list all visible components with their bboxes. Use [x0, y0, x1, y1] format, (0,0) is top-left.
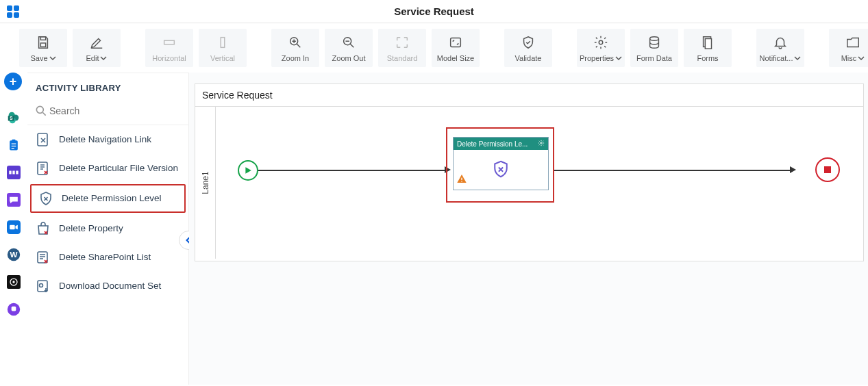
list-x-icon [34, 248, 52, 266]
task-delete-permission-level[interactable]: Delete Permission Le... [453, 137, 549, 190]
shield-x-icon [37, 190, 55, 207]
start-event[interactable] [238, 160, 258, 181]
activity-label: Delete Permission Level [62, 193, 162, 205]
chat-icon[interactable] [5, 192, 22, 208]
forms-button[interactable]: Forms [684, 29, 732, 67]
standard-label: Standard [387, 54, 418, 62]
svg-rect-7 [221, 38, 225, 48]
properties-button[interactable]: Properties [577, 29, 625, 67]
misc-button[interactable]: Misc [829, 29, 868, 67]
edit-button[interactable]: Edit [73, 29, 121, 67]
chevron-down-icon [858, 55, 865, 62]
task-title: Delete Permission Le... [457, 140, 528, 148]
svg-point-45 [541, 142, 543, 144]
svg-rect-4 [40, 37, 45, 40]
svg-rect-6 [164, 40, 175, 44]
sidebar-title: ACTIVITY LIBRARY [27, 73, 188, 100]
gear-icon[interactable] [538, 140, 545, 148]
svg-rect-10 [451, 38, 461, 47]
forms-label: Forms [697, 54, 718, 62]
vertical-label: Vertical [210, 54, 235, 62]
svg-rect-28 [16, 171, 18, 175]
chevron-down-icon [49, 55, 56, 62]
canvas-area[interactable]: Service Request Lane1 Delete Permission … [189, 73, 868, 385]
zoom-in-label: Zoom In [282, 54, 309, 62]
svg-rect-24 [12, 148, 14, 149]
standard-button: Standard [378, 29, 426, 67]
activity-delete-navigation-link[interactable]: Delete Navigation Link [27, 125, 188, 154]
svg-rect-23 [12, 146, 16, 146]
warning-icon [456, 173, 467, 187]
file-version-x-icon [34, 159, 52, 177]
connector [554, 170, 793, 171]
apps-icon[interactable] [0, 5, 26, 18]
form-data-label: Form Data [636, 54, 672, 62]
notifications-button[interactable]: Notificat... [756, 29, 804, 67]
shield-x-icon [491, 159, 511, 179]
lane-label: Lane1 [195, 107, 216, 259]
add-button[interactable]: + [4, 73, 22, 90]
end-event[interactable] [815, 157, 840, 182]
left-rail: + S W [0, 73, 27, 385]
svg-rect-27 [12, 171, 14, 175]
activity-label: Delete Property [59, 223, 123, 235]
save-label: Save [30, 54, 47, 62]
validate-button[interactable]: Validate [504, 29, 552, 67]
video-icon[interactable] [5, 219, 22, 235]
misc-label: Misc [841, 54, 857, 62]
activity-delete-sharepoint-list[interactable]: Delete SharePoint List [27, 243, 188, 272]
svg-rect-46 [461, 178, 462, 180]
search-icon [34, 104, 48, 118]
activity-delete-property[interactable]: Delete Property [27, 214, 188, 243]
activity-delete-permission-level[interactable]: Delete Permission Level [30, 184, 186, 213]
horizontal-label: Horizontal [152, 54, 186, 62]
pool-title: Service Request [195, 84, 863, 107]
zoom-out-label: Zoom Out [332, 54, 366, 62]
clipboard-icon[interactable] [5, 137, 22, 153]
properties-label: Properties [580, 54, 614, 62]
play-icon [244, 166, 252, 175]
activity-label: Delete SharePoint List [59, 252, 151, 263]
toolbar: Save Edit Horizontal Vertical Zoom In Zo… [0, 23, 868, 73]
activity-download-document-set[interactable]: Download Document Set [27, 272, 188, 300]
plugin-icon[interactable] [5, 301, 22, 318]
bag-x-icon [34, 220, 52, 237]
model-size-button[interactable]: Model Size [432, 29, 480, 67]
activity-delete-file-version[interactable]: Delete Particular File Version [27, 154, 188, 183]
svg-rect-38 [12, 307, 16, 311]
validate-label: Validate [515, 54, 542, 62]
sharepoint-icon[interactable]: S [5, 110, 22, 126]
svg-rect-14 [705, 39, 711, 49]
svg-rect-31 [10, 225, 15, 230]
search-input[interactable] [48, 103, 182, 119]
svg-text:S: S [10, 116, 13, 120]
wordpress-icon[interactable]: W [5, 246, 22, 263]
vertical-button: Vertical [199, 29, 247, 67]
svg-rect-26 [9, 171, 11, 175]
chevron-down-icon [100, 55, 107, 62]
process-pool[interactable]: Service Request Lane1 Delete Permission … [195, 83, 864, 261]
arrow-icon [790, 166, 796, 173]
svg-rect-3 [14, 12, 19, 18]
svg-point-12 [650, 37, 659, 41]
horizontal-button: Horizontal [145, 29, 193, 67]
svg-point-36 [12, 281, 14, 283]
form-data-button[interactable]: Form Data [630, 29, 678, 67]
svg-rect-21 [12, 140, 16, 142]
edit-label: Edit [86, 54, 99, 62]
svg-point-39 [36, 106, 43, 113]
chevron-down-icon [615, 55, 622, 62]
activity-label: Download Document Set [59, 281, 161, 292]
api-icon[interactable] [5, 274, 22, 290]
svg-rect-1 [14, 5, 19, 11]
svg-point-44 [40, 284, 43, 287]
zoom-in-button[interactable]: Zoom In [271, 29, 319, 67]
svg-rect-5 [40, 43, 45, 47]
task-selection-frame: Delete Permission Le... [446, 127, 554, 203]
zoom-out-button[interactable]: Zoom Out [325, 29, 373, 67]
save-button[interactable]: Save [19, 29, 67, 67]
flow-icon[interactable] [5, 164, 22, 181]
activity-library-panel: ACTIVITY LIBRARY Delete Navigation Link … [27, 73, 189, 385]
page-title: Service Request [26, 5, 842, 17]
download-gear-icon [34, 277, 52, 295]
